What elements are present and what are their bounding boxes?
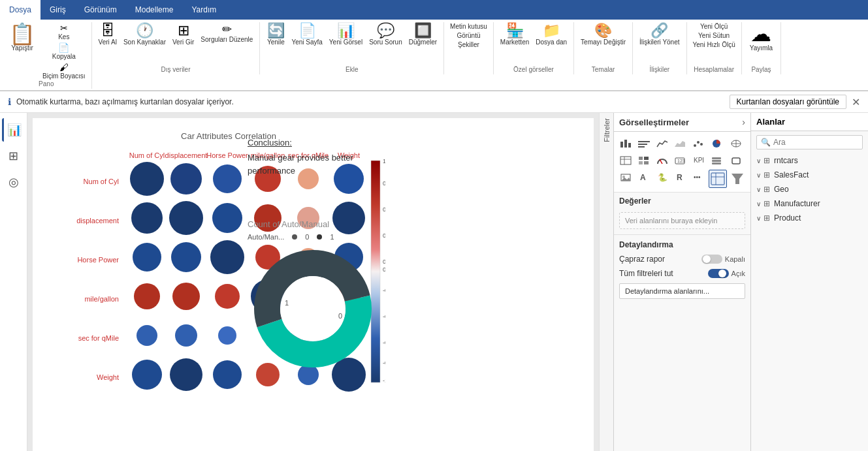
panel-expand-icon[interactable]: › <box>742 117 745 127</box>
field-group-product: ∨ ⊞ Product <box>751 211 868 225</box>
field-group-geo: ∨ ⊞ Geo <box>751 182 868 196</box>
tab-gorunum[interactable]: Görünüm <box>75 0 126 20</box>
yeni-hizli-olcu-label: Yeni Hızlı Ölçü <box>693 41 735 48</box>
dosyadan-button[interactable]: 📁 Dosya dan <box>533 22 570 47</box>
ribbon-group-paylas: ☁ Yayımla Paylaş <box>742 22 781 74</box>
yeni-olcu-label: Yeni Ölçü <box>700 23 728 30</box>
tab-giris[interactable]: Giriş <box>40 0 75 20</box>
bicim-boyacisi-button[interactable]: 🖌 Biçim Boyacısı <box>40 61 88 80</box>
kopyala-button[interactable]: 📄 Kopyala <box>40 42 88 61</box>
viz-icon-image[interactable] <box>618 170 634 185</box>
viz-icon-area[interactable] <box>672 136 688 151</box>
veri-gir-label: Veri Gir <box>172 39 194 46</box>
viz-icon-matrix[interactable] <box>636 153 652 168</box>
model-view-icon[interactable]: ◎ <box>2 170 25 194</box>
sorgulari-duzenle-button[interactable]: ✏ Sorguları Düzenle <box>198 22 255 44</box>
svg-rect-83 <box>644 157 649 160</box>
tab-dosya[interactable]: Dosya <box>0 0 40 20</box>
tum-filtreler-label: Tüm filtreleri tut <box>619 269 673 278</box>
fields-search-input[interactable] <box>773 138 868 147</box>
iliskileri-yonet-button[interactable]: 🔗 İlişkileri Yönet <box>637 22 683 47</box>
viz-icon-line[interactable] <box>654 136 670 151</box>
conclusion-box: Conclusion: Manual gear provides betterp… <box>248 138 378 177</box>
svg-rect-91 <box>712 160 721 162</box>
viz-icon-more[interactable]: ••• <box>690 170 706 185</box>
marketten-button[interactable]: 🏪 Marketten <box>498 22 532 47</box>
visualizations-panel: Görselleştirmeler › <box>613 113 750 451</box>
tum-filtreler-toggle[interactable]: Açık <box>708 269 745 278</box>
yeni-hizli-olcu-button[interactable]: Yeni Hızlı Ölçü <box>691 40 737 49</box>
sekiller-label: Şekiller <box>458 41 479 48</box>
viz-icon-scatter[interactable] <box>690 136 706 151</box>
table-icon-manufacturer: ⊞ <box>764 199 770 208</box>
ribbon-group-temalar: 🎨 Temayı Değiştir Temalar <box>574 22 633 74</box>
viz-icon-slicer[interactable] <box>709 153 724 168</box>
tab-modelleme[interactable]: Modelleme <box>126 0 183 20</box>
viz-icon-table[interactable] <box>618 153 634 168</box>
son-kaynaklar-button[interactable]: 🕐 Son Kaynaklar <box>121 22 169 47</box>
view-saved-button[interactable]: Kurtarılan dosyaları görüntüle <box>730 95 846 109</box>
metin-kutusu-label: Metin kutusu <box>450 23 487 30</box>
capraz-rapor-track[interactable] <box>701 255 722 264</box>
svg-point-24 <box>133 243 161 272</box>
yenile-button[interactable]: 🔄 Yenile <box>264 22 287 47</box>
viz-icons-grid: 123 KPI A 🐍 R <box>614 132 750 193</box>
yeni-gorsel-button[interactable]: 📊 Yeni Görsel <box>327 22 365 47</box>
marketten-label: Marketten <box>500 39 529 46</box>
field-group-manufacturer: ∨ ⊞ Manufacturer <box>751 196 868 211</box>
viz-icon-gauge[interactable] <box>654 153 670 168</box>
viz-icon-text[interactable]: A <box>636 170 652 185</box>
yapistir-button[interactable]: 📋 Yapıştır <box>5 22 39 53</box>
svg-text:displacement: displacement <box>76 217 119 225</box>
data-view-icon[interactable]: ⊞ <box>2 144 25 168</box>
table-icon-product: ⊞ <box>764 213 770 223</box>
field-group-name-product: Product <box>774 213 801 223</box>
svg-text:Num of Cyl: Num of Cyl <box>84 178 119 185</box>
report-page[interactable]: Car Attributes Correlation Num of Cyl di… <box>33 118 594 451</box>
svg-text:123: 123 <box>677 159 685 163</box>
filters-sidebar[interactable]: Filtreler <box>599 113 613 451</box>
capraz-rapor-toggle[interactable]: Kapalı <box>701 255 745 264</box>
viz-icon-shape[interactable] <box>728 153 744 168</box>
yeni-olcu-button[interactable]: Yeni Ölçü <box>691 22 737 31</box>
kes-button[interactable]: ✂ Kes <box>40 22 88 41</box>
viz-icon-active-table[interactable] <box>709 170 727 188</box>
temayi-degistir-button[interactable]: 🎨 Temayı Değiştir <box>578 22 628 47</box>
values-drop-zone[interactable]: Veri alanlarını buraya ekleyin <box>619 212 745 229</box>
dosyadan-label: Dosya dan <box>536 39 567 46</box>
expand-icon-rntcars: ∨ <box>756 157 761 164</box>
dugmeler-button[interactable]: 🔲 Düğmeler <box>406 22 440 47</box>
viz-icon-python[interactable]: 🐍 <box>654 170 670 185</box>
veri-gir-button[interactable]: ⊞ Veri Gir <box>170 22 197 47</box>
viz-icon-kpi[interactable]: KPI <box>690 153 706 168</box>
svg-point-12 <box>130 162 164 196</box>
viz-icon-card[interactable]: 123 <box>672 153 688 168</box>
recent-sources-icon: 🕐 <box>136 23 153 38</box>
yeni-sayfa-button[interactable]: 📄 Yeni Sayfa <box>289 22 325 47</box>
sekiller-button[interactable]: Şekiller <box>448 40 489 49</box>
tum-filtreler-track[interactable] <box>708 269 729 278</box>
viz-icon-bar[interactable] <box>618 136 634 151</box>
close-notification-button[interactable]: ✕ <box>852 96 860 108</box>
viz-icon-bar2[interactable] <box>636 136 652 151</box>
viz-icon-pie[interactable] <box>709 136 724 151</box>
report-view-icon[interactable]: 📊 <box>2 118 25 142</box>
viz-icon-r[interactable]: R <box>672 170 688 185</box>
fields-search-box[interactable]: 🔍 <box>756 135 863 149</box>
viz-icon-map[interactable] <box>728 136 744 151</box>
svg-point-18 <box>131 202 163 234</box>
veri-al-button[interactable]: 🗄 Veri Al <box>96 22 120 47</box>
svg-point-72 <box>694 144 696 147</box>
yayimla-button[interactable]: ☁ Yayımla <box>746 22 777 53</box>
goruntu-button[interactable]: Görüntü <box>448 31 489 40</box>
tab-yardim[interactable]: Yardım <box>182 0 225 20</box>
metin-kutusu-button[interactable]: Metin kutusu <box>448 22 489 31</box>
drill-fields-button[interactable]: Detaylandırma alanlarını... <box>619 283 745 299</box>
viz-icon-funnel[interactable] <box>728 170 747 188</box>
iliskiler-group-label: İlişkiler <box>649 66 669 74</box>
yeni-sutun-button[interactable]: Yeni Sütun <box>691 31 737 40</box>
son-kaynaklar-label: Son Kaynaklar <box>123 39 166 46</box>
svg-text:0.8: 0.8 <box>383 180 385 187</box>
field-group-name-salesfact: SalesFact <box>774 170 809 179</box>
soru-sorun-button[interactable]: 💬 Soru Sorun <box>366 22 405 47</box>
